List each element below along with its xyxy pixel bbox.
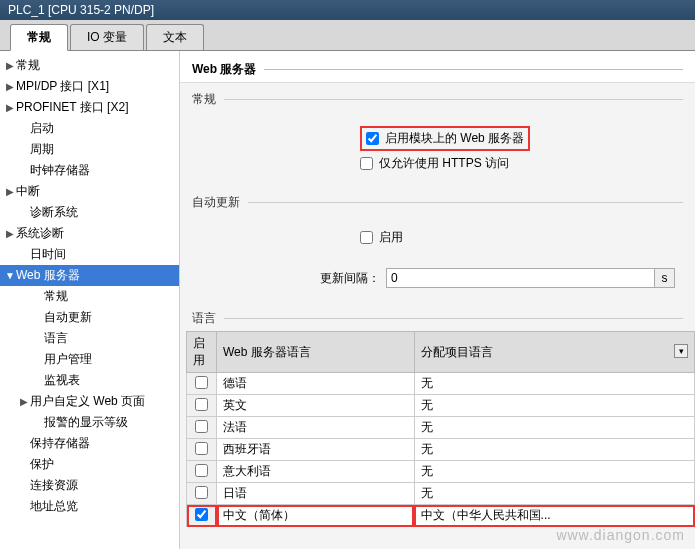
input-interval[interactable] — [386, 268, 655, 288]
tab-iovars[interactable]: IO 变量 — [70, 24, 144, 50]
row-projlang: 无 — [414, 373, 694, 395]
tree-protect[interactable]: 保护 — [0, 454, 179, 475]
label-autoupd-enable: 启用 — [379, 229, 403, 246]
row-enable-checkbox[interactable] — [195, 376, 208, 389]
row-projlang: 无 — [414, 461, 694, 483]
chevron-right-icon: ▶ — [4, 186, 16, 197]
tree-profinet[interactable]: ▶PROFINET 接口 [X2] — [0, 97, 179, 118]
col-enable: 启用 — [187, 332, 217, 373]
label-interval: 更新间隔： — [300, 270, 380, 287]
page-title: Web 服务器 — [180, 51, 695, 83]
tree-retmem[interactable]: 保持存储器 — [0, 433, 179, 454]
col-projlang: 分配项目语言▾ — [414, 332, 694, 373]
tree-datetime[interactable]: 日时间 — [0, 244, 179, 265]
row-enable-checkbox[interactable] — [195, 508, 208, 521]
chevron-right-icon: ▶ — [4, 102, 16, 113]
row-projlang: 无 — [414, 395, 694, 417]
tab-bar: 常规 IO 变量 文本 — [0, 20, 695, 51]
tab-text[interactable]: 文本 — [146, 24, 204, 50]
checkbox-enable-web[interactable] — [366, 132, 379, 145]
tree-ws-watch[interactable]: 监视表 — [0, 370, 179, 391]
tree-ws-usermgmt[interactable]: 用户管理 — [0, 349, 179, 370]
row-wslang: 日语 — [217, 483, 415, 505]
table-row[interactable]: 日语无 — [187, 483, 695, 505]
table-row[interactable]: 德语无 — [187, 373, 695, 395]
tree-sysdiag[interactable]: ▶系统诊断 — [0, 223, 179, 244]
tree-general[interactable]: ▶常规 — [0, 55, 179, 76]
main-panel: Web 服务器 常规 启用模块上的 Web 服务器 仅允许使用 HTTPS 访问… — [180, 51, 695, 549]
tree-diagsys[interactable]: 诊断系统 — [0, 202, 179, 223]
checkbox-https-only[interactable] — [360, 157, 373, 170]
row-enable-checkbox[interactable] — [195, 420, 208, 433]
row-projlang: 无 — [414, 439, 694, 461]
row-wslang: 中文（简体） — [217, 505, 415, 527]
tree-cycle[interactable]: 周期 — [0, 139, 179, 160]
checkbox-autoupd-enable[interactable] — [360, 231, 373, 244]
tree-ws-autoupd[interactable]: 自动更新 — [0, 307, 179, 328]
row-wslang: 法语 — [217, 417, 415, 439]
chevron-down-icon: ▼ — [4, 270, 16, 281]
table-row[interactable]: 中文（简体）中文（中华人民共和国... — [187, 505, 695, 527]
tree-ws-alarmlvl[interactable]: 报警的显示等级 — [0, 412, 179, 433]
row-projlang: 中文（中华人民共和国... — [414, 505, 694, 527]
row-wslang: 英文 — [217, 395, 415, 417]
highlight-enable-web: 启用模块上的 Web 服务器 — [360, 126, 530, 151]
label-enable-web: 启用模块上的 Web 服务器 — [385, 130, 524, 147]
table-row[interactable]: 法语无 — [187, 417, 695, 439]
table-row[interactable]: 西班牙语无 — [187, 439, 695, 461]
tree-ws-lang[interactable]: 语言 — [0, 328, 179, 349]
tab-general[interactable]: 常规 — [10, 24, 68, 51]
row-enable-checkbox[interactable] — [195, 398, 208, 411]
row-wslang: 西班牙语 — [217, 439, 415, 461]
row-projlang: 无 — [414, 417, 694, 439]
row-enable-checkbox[interactable] — [195, 486, 208, 499]
window-title: PLC_1 [CPU 315-2 PN/DP] — [0, 0, 695, 20]
chevron-right-icon: ▶ — [4, 81, 16, 92]
section-lang: 语言 — [180, 302, 695, 331]
row-enable-checkbox[interactable] — [195, 464, 208, 477]
section-autoupd: 自动更新 — [180, 186, 695, 215]
language-table: 启用 Web 服务器语言 分配项目语言▾ 德语无英文无法语无西班牙语无意大利语无… — [186, 331, 695, 527]
tree-connres[interactable]: 连接资源 — [0, 475, 179, 496]
tree-webserver[interactable]: ▼Web 服务器 — [0, 265, 179, 286]
row-wslang: 德语 — [217, 373, 415, 395]
row-enable-checkbox[interactable] — [195, 442, 208, 455]
label-https-only: 仅允许使用 HTTPS 访问 — [379, 155, 509, 172]
chevron-right-icon: ▶ — [4, 228, 16, 239]
tree-clockmem[interactable]: 时钟存储器 — [0, 160, 179, 181]
tree-ws-general[interactable]: 常规 — [0, 286, 179, 307]
row-wslang: 意大利语 — [217, 461, 415, 483]
section-general: 常规 — [180, 83, 695, 112]
tree-startup[interactable]: 启动 — [0, 118, 179, 139]
tree-mpidp[interactable]: ▶MPI/DP 接口 [X1] — [0, 76, 179, 97]
table-row[interactable]: 英文无 — [187, 395, 695, 417]
chevron-right-icon: ▶ — [18, 396, 30, 407]
label-interval-unit: s — [655, 268, 675, 288]
col-wslang: Web 服务器语言 — [217, 332, 415, 373]
tree-interrupt[interactable]: ▶中断 — [0, 181, 179, 202]
nav-tree: ▶常规 ▶MPI/DP 接口 [X1] ▶PROFINET 接口 [X2] 启动… — [0, 51, 180, 549]
tree-ws-userpages[interactable]: ▶用户自定义 Web 页面 — [0, 391, 179, 412]
row-projlang: 无 — [414, 483, 694, 505]
chevron-right-icon: ▶ — [4, 60, 16, 71]
dropdown-icon[interactable]: ▾ — [674, 344, 688, 358]
tree-addrsum[interactable]: 地址总览 — [0, 496, 179, 517]
table-row[interactable]: 意大利语无 — [187, 461, 695, 483]
